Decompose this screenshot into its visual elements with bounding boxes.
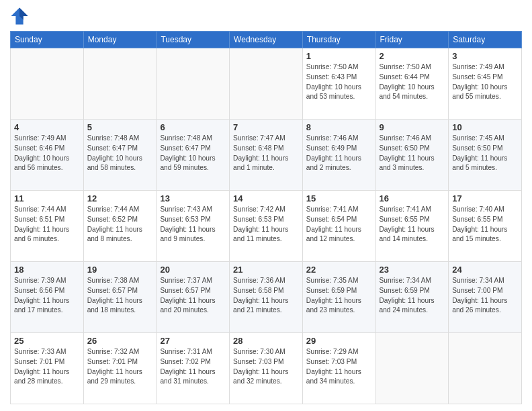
day-info: Sunrise: 7:39 AMSunset: 6:56 PMDaylight:… xyxy=(14,276,80,316)
day-info: Sunrise: 7:41 AMSunset: 6:54 PMDaylight:… xyxy=(306,205,372,244)
day-info: Sunrise: 7:37 AMSunset: 6:57 PMDaylight:… xyxy=(160,276,226,316)
calendar-cell: 7Sunrise: 7:47 AMSunset: 6:48 PMDaylight… xyxy=(230,120,303,191)
calendar-header: SundayMondayTuesdayWednesdayThursdayFrid… xyxy=(11,32,522,48)
day-number: 5 xyxy=(87,122,153,132)
calendar-cell: 19Sunrise: 7:38 AMSunset: 6:57 PMDayligh… xyxy=(83,262,157,333)
day-info: Sunrise: 7:48 AMSunset: 6:47 PMDaylight:… xyxy=(87,134,153,173)
calendar-cell: 1Sunrise: 7:50 AMSunset: 6:43 PMDaylight… xyxy=(302,48,375,120)
day-number: 7 xyxy=(233,122,299,132)
day-info: Sunrise: 7:41 AMSunset: 6:55 PMDaylight:… xyxy=(380,205,445,244)
weekday-header: Sunday xyxy=(11,32,84,48)
day-number: 16 xyxy=(380,193,445,203)
calendar-cell: 15Sunrise: 7:41 AMSunset: 6:54 PMDayligh… xyxy=(302,191,375,262)
calendar-cell: 8Sunrise: 7:46 AMSunset: 6:49 PMDaylight… xyxy=(302,120,375,191)
day-number: 24 xyxy=(452,265,518,275)
logo xyxy=(10,7,32,26)
day-info: Sunrise: 7:44 AMSunset: 6:51 PMDaylight:… xyxy=(14,205,80,244)
day-number: 15 xyxy=(306,193,372,203)
day-info: Sunrise: 7:30 AMSunset: 7:03 PMDaylight:… xyxy=(233,347,299,387)
calendar-cell xyxy=(83,48,157,120)
day-info: Sunrise: 7:49 AMSunset: 6:45 PMDaylight:… xyxy=(452,62,518,102)
calendar-cell: 5Sunrise: 7:48 AMSunset: 6:47 PMDaylight… xyxy=(83,120,157,191)
calendar-cell: 26Sunrise: 7:32 AMSunset: 7:01 PMDayligh… xyxy=(83,333,157,404)
header xyxy=(10,7,522,26)
day-info: Sunrise: 7:31 AMSunset: 7:02 PMDaylight:… xyxy=(160,347,226,387)
day-info: Sunrise: 7:32 AMSunset: 7:01 PMDaylight:… xyxy=(87,347,153,387)
day-info: Sunrise: 7:29 AMSunset: 7:03 PMDaylight:… xyxy=(306,347,372,387)
day-number: 18 xyxy=(14,265,80,275)
day-number: 1 xyxy=(306,51,372,61)
day-number: 19 xyxy=(87,265,153,275)
day-number: 10 xyxy=(452,122,518,132)
day-number: 26 xyxy=(87,336,153,346)
page: SundayMondayTuesdayWednesdayThursdayFrid… xyxy=(0,0,532,411)
day-number: 14 xyxy=(233,193,299,203)
calendar-cell: 13Sunrise: 7:43 AMSunset: 6:53 PMDayligh… xyxy=(157,191,230,262)
weekday-header: Monday xyxy=(83,32,157,48)
day-number: 20 xyxy=(160,265,226,275)
day-info: Sunrise: 7:43 AMSunset: 6:53 PMDaylight:… xyxy=(160,205,226,244)
day-number: 22 xyxy=(306,265,372,275)
calendar-cell: 21Sunrise: 7:36 AMSunset: 6:58 PMDayligh… xyxy=(230,262,303,333)
day-info: Sunrise: 7:50 AMSunset: 6:43 PMDaylight:… xyxy=(306,62,372,102)
calendar-week-row: 1Sunrise: 7:50 AMSunset: 6:43 PMDaylight… xyxy=(11,48,522,120)
weekday-header: Thursday xyxy=(302,32,375,48)
day-number: 23 xyxy=(380,265,445,275)
day-info: Sunrise: 7:46 AMSunset: 6:50 PMDaylight:… xyxy=(380,134,445,173)
calendar-week-row: 18Sunrise: 7:39 AMSunset: 6:56 PMDayligh… xyxy=(11,262,522,333)
day-info: Sunrise: 7:35 AMSunset: 6:59 PMDaylight:… xyxy=(306,276,372,316)
weekday-header: Friday xyxy=(375,32,449,48)
calendar-week-row: 4Sunrise: 7:49 AMSunset: 6:46 PMDaylight… xyxy=(11,120,522,191)
calendar-cell: 25Sunrise: 7:33 AMSunset: 7:01 PMDayligh… xyxy=(11,333,84,404)
calendar-cell xyxy=(230,48,303,120)
day-number: 3 xyxy=(452,51,518,61)
day-number: 25 xyxy=(14,336,80,346)
calendar-cell xyxy=(375,333,449,404)
calendar-cell: 27Sunrise: 7:31 AMSunset: 7:02 PMDayligh… xyxy=(157,333,230,404)
day-info: Sunrise: 7:44 AMSunset: 6:52 PMDaylight:… xyxy=(87,205,153,244)
weekday-header: Saturday xyxy=(449,32,522,48)
calendar-cell: 6Sunrise: 7:48 AMSunset: 6:47 PMDaylight… xyxy=(157,120,230,191)
day-number: 11 xyxy=(14,193,80,203)
day-info: Sunrise: 7:33 AMSunset: 7:01 PMDaylight:… xyxy=(14,347,80,387)
calendar-cell: 4Sunrise: 7:49 AMSunset: 6:46 PMDaylight… xyxy=(11,120,84,191)
calendar-cell: 11Sunrise: 7:44 AMSunset: 6:51 PMDayligh… xyxy=(11,191,84,262)
calendar-week-row: 25Sunrise: 7:33 AMSunset: 7:01 PMDayligh… xyxy=(11,333,522,404)
day-number: 29 xyxy=(306,336,372,346)
calendar-cell xyxy=(11,48,84,120)
day-number: 13 xyxy=(160,193,226,203)
day-number: 4 xyxy=(14,122,80,132)
logo-icon xyxy=(10,7,29,26)
day-number: 17 xyxy=(452,193,518,203)
day-info: Sunrise: 7:46 AMSunset: 6:49 PMDaylight:… xyxy=(306,134,372,173)
calendar-cell: 17Sunrise: 7:40 AMSunset: 6:55 PMDayligh… xyxy=(449,191,522,262)
day-info: Sunrise: 7:34 AMSunset: 7:00 PMDaylight:… xyxy=(452,276,518,316)
day-info: Sunrise: 7:36 AMSunset: 6:58 PMDaylight:… xyxy=(233,276,299,316)
calendar-cell: 3Sunrise: 7:49 AMSunset: 6:45 PMDaylight… xyxy=(449,48,522,120)
day-info: Sunrise: 7:38 AMSunset: 6:57 PMDaylight:… xyxy=(87,276,153,316)
weekday-header: Tuesday xyxy=(157,32,230,48)
day-number: 8 xyxy=(306,122,372,132)
calendar-cell: 2Sunrise: 7:50 AMSunset: 6:44 PMDaylight… xyxy=(375,48,449,120)
calendar-cell: 28Sunrise: 7:30 AMSunset: 7:03 PMDayligh… xyxy=(230,333,303,404)
calendar-week-row: 11Sunrise: 7:44 AMSunset: 6:51 PMDayligh… xyxy=(11,191,522,262)
day-info: Sunrise: 7:45 AMSunset: 6:50 PMDaylight:… xyxy=(452,134,518,173)
calendar-cell: 18Sunrise: 7:39 AMSunset: 6:56 PMDayligh… xyxy=(11,262,84,333)
day-number: 12 xyxy=(87,193,153,203)
day-number: 27 xyxy=(160,336,226,346)
calendar-cell: 9Sunrise: 7:46 AMSunset: 6:50 PMDaylight… xyxy=(375,120,449,191)
day-info: Sunrise: 7:48 AMSunset: 6:47 PMDaylight:… xyxy=(160,134,226,173)
day-info: Sunrise: 7:42 AMSunset: 6:53 PMDaylight:… xyxy=(233,205,299,244)
weekday-row: SundayMondayTuesdayWednesdayThursdayFrid… xyxy=(11,32,522,48)
day-info: Sunrise: 7:50 AMSunset: 6:44 PMDaylight:… xyxy=(380,62,445,102)
day-info: Sunrise: 7:34 AMSunset: 6:59 PMDaylight:… xyxy=(380,276,445,316)
weekday-header: Wednesday xyxy=(230,32,303,48)
calendar-body: 1Sunrise: 7:50 AMSunset: 6:43 PMDaylight… xyxy=(11,48,522,404)
day-number: 6 xyxy=(160,122,226,132)
calendar-table: SundayMondayTuesdayWednesdayThursdayFrid… xyxy=(10,31,522,404)
day-number: 21 xyxy=(233,265,299,275)
calendar-cell: 14Sunrise: 7:42 AMSunset: 6:53 PMDayligh… xyxy=(230,191,303,262)
calendar-cell: 24Sunrise: 7:34 AMSunset: 7:00 PMDayligh… xyxy=(449,262,522,333)
calendar-cell xyxy=(449,333,522,404)
day-number: 9 xyxy=(380,122,445,132)
